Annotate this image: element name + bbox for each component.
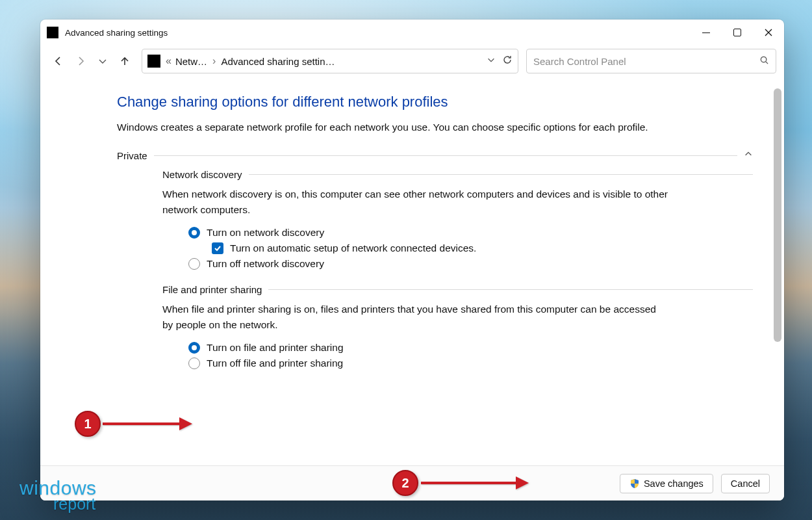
subsection-network-discovery: Network discovery <box>162 169 242 180</box>
network-discovery-desc: When network discovery is on, this compu… <box>162 187 669 218</box>
svg-point-0 <box>761 57 766 62</box>
maximize-button[interactable] <box>722 20 753 46</box>
option-label: Turn on network discovery <box>207 227 324 239</box>
forward-button[interactable] <box>71 52 90 70</box>
radio-turn-on-file-printer-sharing[interactable]: Turn on file and printer sharing <box>188 342 753 354</box>
radio-turn-on-network-discovery[interactable]: Turn on network discovery <box>188 227 753 239</box>
nav-row: « Netw… › Advanced sharing settin… <box>40 46 784 82</box>
app-icon <box>47 27 58 38</box>
checkbox-auto-setup[interactable]: Turn on automatic setup of network conne… <box>212 242 753 254</box>
option-label: Turn off network discovery <box>207 258 324 270</box>
watermark: windows report <box>19 479 97 512</box>
annotation-callout-1: 1 <box>75 411 101 437</box>
control-panel-window: Advanced sharing settings « Netw… › Ad <box>40 20 784 500</box>
option-label: Turn on file and printer sharing <box>207 342 344 354</box>
chevron-down-icon[interactable] <box>487 55 496 67</box>
breadcrumb-item[interactable]: Advanced sharing settin… <box>221 56 335 67</box>
scrollbar-thumb[interactable] <box>774 88 781 342</box>
refresh-icon[interactable] <box>502 55 513 68</box>
chevron-right-icon: › <box>211 55 217 67</box>
save-changes-button[interactable]: Save changes <box>620 474 713 493</box>
radio-icon <box>188 358 200 369</box>
search-input[interactable] <box>533 56 759 67</box>
option-label: Turn off file and printer sharing <box>207 358 343 369</box>
radio-turn-off-file-printer-sharing[interactable]: Turn off file and printer sharing <box>188 358 753 369</box>
breadcrumb-item[interactable]: Netw… <box>175 56 207 67</box>
subsection-file-printer-sharing: File and printer sharing <box>162 284 262 295</box>
annotation-callout-2: 2 <box>392 470 418 496</box>
radio-icon <box>188 227 200 239</box>
close-button[interactable] <box>753 20 784 46</box>
page-intro: Windows creates a separate network profi… <box>117 120 676 135</box>
search-icon[interactable] <box>759 55 769 68</box>
section-label: Private <box>117 150 147 161</box>
button-label: Save changes <box>644 478 704 489</box>
radio-turn-off-network-discovery[interactable]: Turn off network discovery <box>188 258 753 270</box>
back-button[interactable] <box>49 52 68 70</box>
watermark-line1: windows <box>19 479 97 497</box>
recent-dropdown-button[interactable] <box>94 52 112 70</box>
breadcrumb-overflow[interactable]: « <box>166 55 171 67</box>
address-icon <box>147 55 160 68</box>
checkbox-icon <box>212 242 223 254</box>
titlebar: Advanced sharing settings <box>40 20 784 46</box>
shield-icon <box>629 478 640 489</box>
radio-icon <box>188 342 200 354</box>
radio-icon <box>188 258 200 270</box>
address-bar[interactable]: « Netw… › Advanced sharing settin… <box>142 49 518 73</box>
content-area: Change sharing options for different net… <box>40 82 772 465</box>
button-label: Cancel <box>731 478 760 489</box>
window-title: Advanced sharing settings <box>65 28 168 38</box>
chevron-up-icon <box>744 150 753 161</box>
cancel-button[interactable]: Cancel <box>721 474 770 493</box>
section-private-header[interactable]: Private <box>117 150 753 161</box>
page-heading: Change sharing options for different net… <box>117 94 753 110</box>
file-printer-desc: When file and printer sharing is on, fil… <box>162 302 669 333</box>
option-label: Turn on automatic setup of network conne… <box>230 242 476 254</box>
up-button[interactable] <box>116 52 134 70</box>
watermark-line2: report <box>19 497 97 512</box>
vertical-scrollbar[interactable] <box>774 84 781 463</box>
search-box[interactable] <box>526 49 776 73</box>
minimize-button[interactable] <box>691 20 722 46</box>
